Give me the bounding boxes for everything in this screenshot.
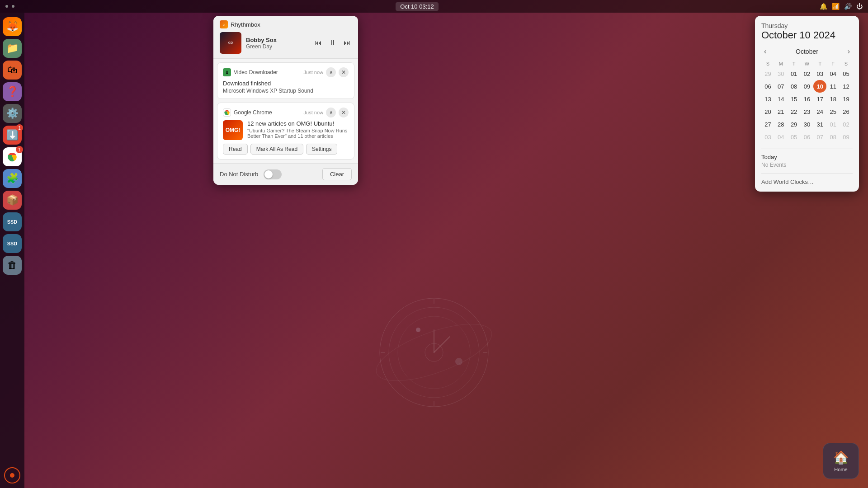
cal-day-cell[interactable]: 31: [813, 118, 826, 131]
cal-day-cell[interactable]: 30: [774, 67, 788, 80]
mark-all-read-button[interactable]: Mark All As Read: [250, 144, 303, 155]
dock-item-settings[interactable]: ⚙️: [3, 104, 22, 123]
cal-week-row: 13141516171819: [761, 93, 853, 105]
chrome-collapse-button[interactable]: ∧: [326, 108, 336, 117]
cal-day-cell[interactable]: 08: [826, 131, 840, 143]
cal-day-cell[interactable]: 09: [840, 131, 853, 143]
dock-item-extensions[interactable]: 🧩: [3, 169, 22, 188]
cal-day-cell[interactable]: 04: [826, 67, 840, 80]
cal-header-row: S M T W T F S: [761, 60, 853, 67]
cal-day-cell[interactable]: 04: [774, 131, 788, 143]
activities-dot[interactable]: [5, 5, 8, 8]
dock-item-files[interactable]: 📁: [3, 39, 22, 58]
cal-prev-month-button[interactable]: ‹: [761, 47, 769, 56]
next-button[interactable]: ⏭: [343, 38, 352, 48]
clear-button[interactable]: Clear: [322, 168, 352, 180]
cal-day-cell[interactable]: 29: [761, 67, 774, 80]
dock-item-chrome[interactable]: 1: [3, 147, 22, 166]
cal-day-cell[interactable]: 10: [813, 80, 826, 93]
cal-day-cell[interactable]: 07: [774, 80, 788, 93]
cal-events-section: Today No Events: [761, 149, 853, 168]
cal-day-cell[interactable]: 14: [774, 93, 788, 105]
chrome-close-button[interactable]: ✕: [339, 108, 349, 117]
cal-day-cell[interactable]: 17: [813, 93, 826, 105]
cal-day-cell[interactable]: 07: [813, 131, 826, 143]
volume-icon[interactable]: 🔊: [844, 3, 852, 10]
cal-body: 2930010203040506070809101112131415161718…: [761, 67, 853, 143]
dock-item-apt[interactable]: 📦: [3, 191, 22, 210]
home-icon: 🏠: [833, 450, 849, 465]
cal-next-month-button[interactable]: ›: [845, 47, 853, 56]
cal-day-cell[interactable]: 02: [840, 118, 853, 131]
cal-day-cell[interactable]: 13: [761, 93, 774, 105]
cal-day-cell[interactable]: 20: [761, 105, 774, 118]
cal-today-label: Today: [761, 154, 853, 160]
dock-item-ssd1[interactable]: SSD: [3, 212, 22, 231]
ubuntu-circle[interactable]: [4, 467, 20, 483]
cal-day-cell[interactable]: 25: [826, 105, 840, 118]
cal-day-cell[interactable]: 30: [801, 118, 814, 131]
datetime-widget[interactable]: Oct 10 03:12: [396, 2, 438, 11]
wifi-icon[interactable]: 📶: [832, 3, 840, 10]
cal-day-cell[interactable]: 15: [788, 93, 801, 105]
cal-col-mon: M: [774, 60, 788, 67]
dock-item-firefox[interactable]: 🦊: [3, 17, 22, 36]
cal-day-cell[interactable]: 05: [840, 67, 853, 80]
cal-day-cell[interactable]: 16: [801, 93, 814, 105]
cal-day-cell[interactable]: 19: [840, 93, 853, 105]
cal-day-cell[interactable]: 01: [826, 118, 840, 131]
cal-col-sat: S: [840, 60, 853, 67]
notification-bell-icon[interactable]: 🔔: [820, 3, 827, 10]
cal-day-cell[interactable]: 27: [761, 118, 774, 131]
power-icon[interactable]: ⏻: [856, 3, 863, 10]
chrome-subtext: "Ubuntu Gamer? The Steam Snap Now Runs B…: [247, 128, 349, 139]
cal-day-cell[interactable]: 12: [840, 80, 853, 93]
pause-button[interactable]: ⏸: [328, 38, 337, 48]
downloader-close-button[interactable]: ✕: [339, 67, 349, 77]
left-dock: 🦊 📁 🛍 ❓ ⚙️ ⬇️ 1 1 🧩 📦 SSD SSD 🗑: [0, 13, 24, 488]
cal-day-cell[interactable]: 03: [813, 67, 826, 80]
cal-day-cell[interactable]: 18: [826, 93, 840, 105]
cal-day-cell[interactable]: 23: [801, 105, 814, 118]
cal-day-cell[interactable]: 06: [761, 80, 774, 93]
home-button[interactable]: 🏠 Home: [823, 443, 859, 479]
cal-day-cell[interactable]: 21: [774, 105, 788, 118]
home-label: Home: [834, 467, 847, 472]
dock-item-software[interactable]: 🛍: [3, 61, 22, 80]
cal-day-cell[interactable]: 01: [788, 67, 801, 80]
dnd-toggle[interactable]: [264, 169, 282, 179]
dock-item-help[interactable]: ❓: [3, 82, 22, 101]
dock-item-trash[interactable]: 🗑: [3, 256, 22, 275]
omg-ubuntu-thumbnail: OMG!: [223, 120, 243, 140]
add-world-clocks-button[interactable]: Add World Clocks…: [761, 174, 853, 185]
updater-badge: 1: [16, 124, 23, 131]
prev-button[interactable]: ⏮: [314, 38, 323, 48]
cal-day-cell[interactable]: 29: [788, 118, 801, 131]
cal-day-cell[interactable]: 06: [801, 131, 814, 143]
cal-day-cell[interactable]: 02: [801, 67, 814, 80]
settings-button[interactable]: Settings: [306, 144, 337, 155]
cal-day-cell[interactable]: 26: [840, 105, 853, 118]
chrome-text-area: 12 new articles on OMG! Ubuntu! "Ubuntu …: [247, 120, 349, 139]
dnd-label: Do Not Disturb: [220, 171, 258, 178]
ubuntu-logo-area[interactable]: [4, 467, 20, 483]
read-button[interactable]: Read: [223, 144, 248, 155]
cal-day-cell[interactable]: 11: [826, 80, 840, 93]
cal-day-cell[interactable]: 22: [788, 105, 801, 118]
cal-col-fri: F: [826, 60, 840, 67]
video-downloader-icon: ⬇: [223, 68, 231, 76]
cal-day-cell[interactable]: 08: [788, 80, 801, 93]
downloader-collapse-button[interactable]: ∧: [326, 67, 336, 77]
downloader-title: Download finished: [223, 80, 349, 87]
dock-item-ssd2[interactable]: SSD: [3, 234, 22, 253]
svg-point-12: [416, 328, 420, 332]
cal-day-cell[interactable]: 09: [801, 80, 814, 93]
cal-day-cell[interactable]: 28: [774, 118, 788, 131]
cal-day-cell[interactable]: 24: [813, 105, 826, 118]
cal-col-sun: S: [761, 60, 774, 67]
datetime-label: Oct 10 03:12: [400, 3, 434, 10]
svg-line-9: [434, 337, 450, 352]
cal-day-cell[interactable]: 03: [761, 131, 774, 143]
cal-day-cell[interactable]: 05: [788, 131, 801, 143]
dock-item-updater[interactable]: ⬇️ 1: [3, 126, 22, 145]
